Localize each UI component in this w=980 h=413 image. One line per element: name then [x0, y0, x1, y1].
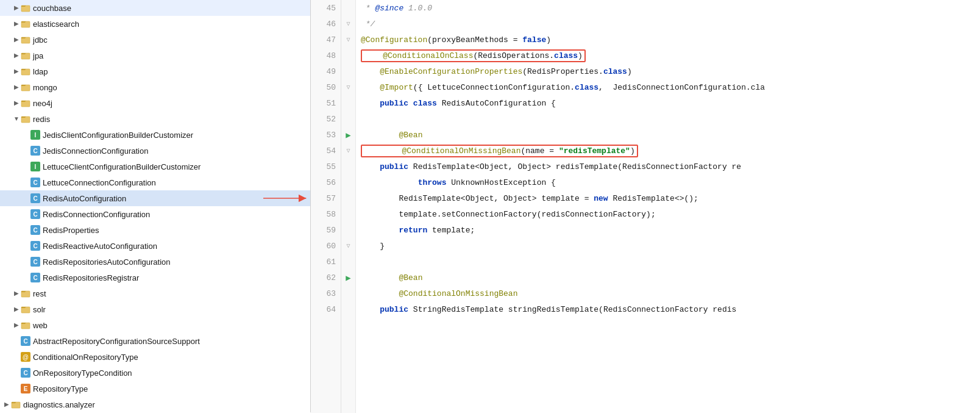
- sidebar-item-LettuceConnectionConfiguration[interactable]: ▶CLettuceConnectionConfiguration: [0, 174, 310, 190]
- line-number: 64: [311, 301, 341, 317]
- folder-icon: [21, 35, 30, 45]
- folder-icon: [21, 51, 30, 60]
- sidebar-item-AbstractRepositoryConfigurationSourceSupport[interactable]: ▶CAbstractRepositoryConfigurationSourceS…: [0, 333, 310, 349]
- gutter-cell: [341, 111, 355, 127]
- tree-arrow-icon: ▶: [12, 321, 21, 329]
- code-token: [361, 289, 399, 298]
- line-number: 48: [311, 48, 341, 63]
- code-line: @EnableConfigurationProperties(RedisProp…: [361, 63, 980, 79]
- run-gutter-icon[interactable]: ▶: [346, 273, 350, 283]
- sidebar-item-RedisRepositoriesAutoConfiguration[interactable]: ▶CRedisRepositoriesAutoConfiguration: [0, 254, 310, 270]
- line-number: 61: [311, 254, 341, 270]
- gutter-cell: [341, 48, 355, 63]
- sidebar-item-ldap[interactable]: ▶ ldap: [0, 63, 310, 79]
- sidebar-item-label: mongo: [33, 83, 310, 92]
- sidebar-item-JedisConnectionConfiguration[interactable]: ▶CJedisConnectionConfiguration: [0, 143, 310, 159]
- sidebar-item-elasticsearch[interactable]: ▶ elasticsearch: [0, 16, 310, 32]
- line-number: 50: [311, 79, 341, 95]
- gutter-cell: [341, 286, 355, 301]
- class-icon: C: [30, 209, 40, 219]
- code-token: @ConditionalOnMissingBean: [399, 289, 517, 298]
- code-token: @ConditionalOnClass: [383, 51, 473, 60]
- gutter-cell: [341, 174, 355, 190]
- sidebar-item-couchbase[interactable]: ▶ couchbase: [0, 0, 310, 16]
- class-icon: C: [30, 146, 40, 156]
- sidebar-item-label: diagnostics.analyzer: [23, 400, 310, 409]
- run-gutter-icon[interactable]: ▶: [346, 130, 350, 140]
- sidebar-item-jdbc[interactable]: ▶ jdbc: [0, 32, 310, 48]
- sidebar-item-RedisConnectionConfiguration[interactable]: ▶CRedisConnectionConfiguration: [0, 206, 310, 222]
- sidebar-item-redis[interactable]: ▼ redis: [0, 111, 310, 127]
- sidebar-item-label: redis: [33, 115, 310, 124]
- code-line: public RedisTemplate<Object, Object> red…: [361, 159, 980, 174]
- sidebar-item-label: solr: [33, 305, 310, 314]
- code-token: "redisTemplate": [559, 146, 630, 156]
- enum-icon: E: [21, 384, 30, 393]
- fold-arrow-icon[interactable]: ▽: [346, 20, 350, 27]
- class-icon: C: [30, 225, 40, 235]
- fold-arrow-icon[interactable]: ▽: [346, 147, 350, 154]
- sidebar-item-OnRepositoryTypeCondition[interactable]: ▶COnRepositoryTypeCondition: [0, 365, 310, 381]
- sidebar-item-RedisRepositoriesRegistrar[interactable]: ▶CRedisRepositoriesRegistrar: [0, 270, 310, 286]
- sidebar-item-label: couchbase: [33, 4, 310, 13]
- sidebar-item-diagnostics.analyzer[interactable]: ▶ diagnostics.analyzer: [0, 397, 310, 412]
- line-number: 49: [311, 63, 341, 79]
- sidebar-item-LettuceClientConfigurationBuilderCustomizer[interactable]: ▶ILettuceClientConfigurationBuilderCusto…: [0, 159, 310, 174]
- sidebar-item-web[interactable]: ▶ web: [0, 317, 310, 333]
- gutter-column: ▽▽▽▶▽▽▶: [341, 0, 356, 413]
- line-number: 46: [311, 16, 341, 32]
- code-editor[interactable]: 4546474849505152535455565758596061626364…: [311, 0, 980, 413]
- code-token: [361, 273, 399, 282]
- sidebar-item-mongo[interactable]: ▶ mongo: [0, 79, 310, 95]
- sidebar-item-JedisClientConfigurationBuilderCustomizer[interactable]: ▶IJedisClientConfigurationBuilderCustomi…: [0, 127, 310, 143]
- gutter-cell: ▽: [341, 16, 355, 32]
- code-token: RedisAutoConfiguration {: [442, 99, 556, 108]
- class-icon: C: [30, 193, 40, 203]
- code-line: throws UnknownHostException {: [361, 174, 980, 190]
- sidebar-item-solr[interactable]: ▶ solr: [0, 301, 310, 317]
- fold-arrow-icon[interactable]: ▽: [346, 36, 350, 43]
- code-token: class: [413, 99, 442, 108]
- sidebar-item-RedisProperties[interactable]: ▶CRedisProperties: [0, 222, 310, 238]
- line-number: 53: [311, 127, 341, 143]
- gutter-cell: ▽: [341, 32, 355, 48]
- class-icon: C: [30, 241, 40, 251]
- sidebar-item-label: elasticsearch: [33, 20, 310, 29]
- folder-icon: [21, 114, 30, 124]
- sidebar-item-jpa[interactable]: ▶ jpa: [0, 48, 310, 63]
- sidebar-item-rest[interactable]: ▶ rest: [0, 286, 310, 301]
- sidebar-item-label: ldap: [33, 67, 310, 76]
- code-token: throws: [418, 178, 452, 187]
- line-number: 58: [311, 206, 341, 222]
- gutter-cell: [341, 206, 355, 222]
- folder-icon: [21, 66, 30, 76]
- line-number: 51: [311, 95, 341, 111]
- sidebar[interactable]: ▶ couchbase▶ elasticsearch▶ jdbc▶ jpa▶ l…: [0, 0, 311, 412]
- fold-arrow-icon[interactable]: ▽: [346, 84, 350, 91]
- code-line: @Configuration(proxyBeanMethods = false): [361, 32, 980, 48]
- code-line: template.setConnectionFactory(redisConne…: [361, 206, 980, 222]
- gutter-cell: ▽: [341, 79, 355, 95]
- folder-icon: [11, 400, 21, 409]
- code-token: @EnableConfigurationProperties: [380, 67, 522, 76]
- sidebar-item-RedisReactiveAutoConfiguration[interactable]: ▶CRedisReactiveAutoConfiguration: [0, 238, 310, 254]
- code-token: StringRedisTemplate stringRedisTemplate(…: [413, 305, 737, 314]
- code-token: class: [554, 51, 578, 60]
- sidebar-item-neo4j[interactable]: ▶ neo4j: [0, 95, 310, 111]
- code-token: RedisTemplate<Object, Object> template =: [361, 194, 594, 203]
- code-line: RedisTemplate<Object, Object> template =…: [361, 190, 980, 206]
- code-line: @Bean: [361, 127, 980, 143]
- code-token: template.setConnectionFactory(redisConne…: [361, 210, 656, 219]
- sidebar-item-RedisAutoConfiguration[interactable]: ▶CRedisAutoConfiguration: [0, 190, 310, 206]
- class-icon: C: [21, 336, 30, 346]
- code-token: [361, 226, 399, 235]
- code-token: ): [630, 146, 635, 156]
- class-icon: C: [30, 178, 40, 187]
- line-number: 52: [311, 111, 341, 127]
- sidebar-item-RepositoryType[interactable]: ▶ERepositoryType: [0, 381, 310, 397]
- code-token: [361, 305, 380, 314]
- fold-arrow-icon[interactable]: ▽: [346, 242, 350, 250]
- code-token: (proxyBeanMethods =: [427, 35, 522, 45]
- sidebar-item-ConditionalOnRepositoryType[interactable]: ▶@ConditionalOnRepositoryType: [0, 349, 310, 365]
- code-token: [361, 67, 380, 76]
